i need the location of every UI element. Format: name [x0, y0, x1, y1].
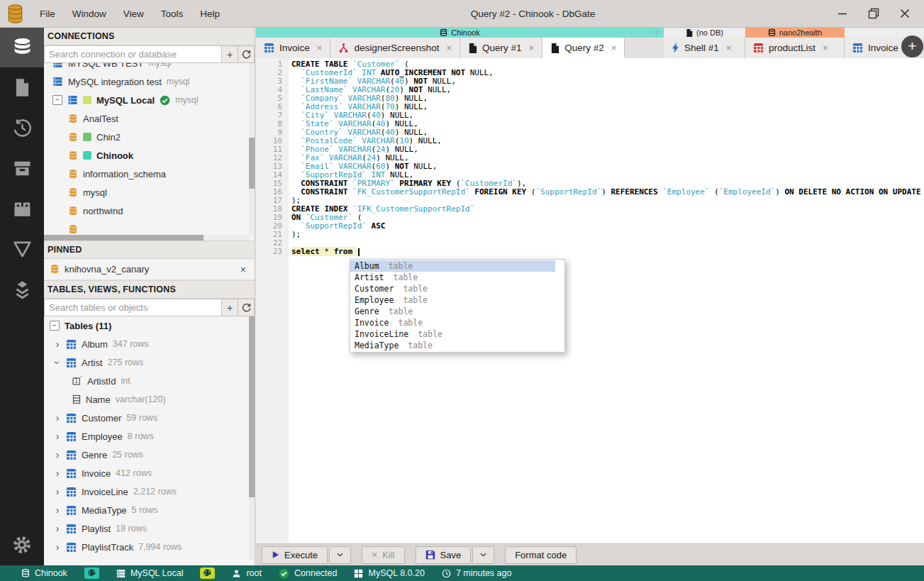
tab-invoice[interactable]: Invoice× — [256, 38, 330, 58]
execute-dropdown-button[interactable] — [329, 546, 351, 564]
chevron-icon[interactable]: › — [54, 450, 61, 460]
tree-item[interactable]: ›Employee8 rows — [44, 427, 255, 446]
tab-invoice[interactable]: Invoice — [845, 38, 907, 58]
scrollbar-track[interactable] — [249, 63, 255, 235]
new-tab-button[interactable]: + — [901, 35, 923, 57]
connection-item[interactable]: MySQL integration testmysql — [44, 72, 255, 91]
tab-group-Chinook[interactable]: Chinook× — [256, 27, 664, 38]
tab-query-#2[interactable]: Query #2× — [542, 38, 625, 58]
connection-item[interactable]: mysql — [44, 183, 255, 201]
add-connection-button[interactable]: + — [222, 45, 238, 63]
rail-item-book-icon[interactable] — [0, 189, 44, 229]
minimize-icon[interactable] — [836, 7, 849, 20]
tree-item[interactable]: ›MediaType5 rows — [44, 501, 255, 519]
rail-item-funnel-icon[interactable] — [0, 229, 44, 270]
autocomplete-item[interactable]: Artisttable — [350, 272, 555, 283]
tab-query-#1[interactable]: Query #1× — [460, 38, 542, 58]
autocomplete-item[interactable]: MediaTypetable — [350, 340, 555, 351]
chevron-icon[interactable]: › — [54, 524, 61, 533]
tree-folder[interactable]: −Tables (11) — [44, 316, 255, 335]
save-dropdown-button[interactable] — [472, 546, 494, 564]
autocomplete-item[interactable]: Employeetable — [350, 294, 555, 306]
autocomplete-item[interactable]: InvoiceLinetable — [350, 328, 555, 340]
status-palette-teal[interactable] — [84, 568, 99, 579]
scrollbar-thumb[interactable] — [249, 138, 255, 189]
tab-close-icon[interactable]: × — [611, 43, 617, 53]
scrollbar-track-horizontal[interactable] — [44, 235, 249, 240]
tree-item[interactable]: ›PlaylistTrack7,994 rows — [44, 538, 255, 556]
chevron-icon[interactable]: › — [52, 359, 62, 366]
refresh-connections-button[interactable] — [238, 45, 255, 63]
tree-item[interactable]: 1ArtistIdint — [44, 372, 255, 390]
connections-search-input[interactable] — [44, 45, 222, 63]
rail-item-archive-icon[interactable] — [0, 148, 44, 189]
rail-item-gear-icon[interactable] — [0, 524, 44, 565]
expander-icon[interactable]: − — [52, 95, 62, 105]
scrollbar-track[interactable] — [249, 316, 255, 560]
autocomplete-item[interactable]: Customertable — [350, 283, 555, 294]
tree-item[interactable]: ›InvoiceLine2,212 rows — [44, 482, 255, 501]
chevron-icon[interactable]: › — [54, 505, 61, 515]
connection-item[interactable]: Chin2 — [44, 128, 255, 146]
restore-icon[interactable] — [867, 7, 880, 20]
scrollbar-thumb[interactable] — [249, 316, 255, 497]
chevron-icon[interactable]: › — [54, 542, 61, 552]
chevron-icon[interactable]: › — [54, 468, 61, 478]
status-server[interactable]: MySQL Local — [116, 568, 184, 578]
status-palette-yellow[interactable] — [200, 568, 215, 579]
tables-search-input[interactable] — [44, 299, 222, 316]
rail-item-database-icon[interactable] — [0, 27, 44, 67]
autocomplete-item[interactable]: Genretable — [350, 306, 555, 317]
connection-item[interactable]: −MySQL Localmysql — [44, 91, 255, 109]
tree-item[interactable]: ›Album347 rows — [44, 335, 255, 353]
connection-item[interactable]: AnalTest — [44, 109, 255, 128]
tab-group-(no DB)[interactable]: (no DB) — [664, 27, 745, 38]
tab-close-icon[interactable]: × — [446, 43, 452, 53]
menu-file[interactable]: File — [32, 6, 63, 22]
connection-item[interactable]: northwind — [44, 201, 255, 220]
chevron-icon[interactable]: › — [54, 413, 61, 423]
tab-designerscreenshot[interactable]: designerScreenshot× — [330, 38, 460, 58]
menu-view[interactable]: View — [116, 6, 152, 22]
connection-item[interactable]: Chinook — [44, 146, 255, 165]
add-table-button[interactable]: + — [222, 299, 238, 316]
tree-item[interactable]: ›Customer59 rows — [44, 409, 255, 427]
tree-item[interactable]: ›Playlist18 rows — [44, 519, 255, 538]
status-clock[interactable]: 7 minutes ago — [442, 568, 512, 578]
connection-item[interactable]: information_schema — [44, 165, 255, 183]
status-database[interactable]: Chinook — [21, 568, 67, 578]
scrollbar-thumb[interactable] — [44, 235, 204, 240]
close-icon[interactable] — [898, 7, 911, 20]
rail-item-layers-icon[interactable] — [0, 270, 44, 310]
tree-item[interactable]: ›Artist275 rows — [44, 353, 255, 372]
rail-item-file-icon[interactable] — [0, 67, 44, 108]
tab-group-nano2health[interactable]: nano2health — [745, 27, 845, 38]
tab-close-icon[interactable]: × — [823, 43, 828, 53]
close-icon[interactable]: × — [240, 264, 246, 275]
tree-item[interactable]: ›Genre25 rows — [44, 446, 255, 464]
format-code-button[interactable]: Format code — [505, 546, 577, 564]
expander-icon[interactable]: − — [50, 321, 60, 331]
chevron-icon[interactable]: › — [54, 339, 61, 349]
save-button[interactable]: Save — [416, 546, 472, 564]
tab-close-icon[interactable]: × — [529, 43, 535, 53]
connection-item[interactable]: MYSQL WB TESTmysql — [44, 63, 255, 72]
autocomplete-item[interactable]: Albumtable — [350, 260, 555, 272]
autocomplete-item[interactable]: Invoicetable — [350, 317, 555, 328]
pinned-item[interactable]: knihovna_v2_canary× — [44, 259, 255, 280]
close-icon[interactable]: × — [655, 28, 659, 36]
tree-item[interactable]: ›Invoice412 rows — [44, 464, 255, 482]
status-user[interactable]: root — [232, 568, 262, 578]
status-version-grid[interactable]: MySQL 8.0.20 — [354, 568, 424, 578]
tab-shell-#1[interactable]: Shell #1× — [664, 38, 745, 58]
execute-button[interactable]: Execute — [262, 546, 328, 564]
status-check-circle[interactable]: Connected — [279, 568, 337, 579]
tab-close-icon[interactable]: × — [317, 43, 323, 53]
rail-item-history-icon[interactable] — [0, 108, 44, 148]
menu-window[interactable]: Window — [65, 6, 114, 22]
refresh-tables-button[interactable] — [238, 299, 255, 316]
menu-help[interactable]: Help — [192, 6, 228, 22]
chevron-icon[interactable]: › — [54, 487, 61, 497]
menu-tools[interactable]: Tools — [153, 6, 191, 22]
tab-productlist[interactable]: productList× — [745, 38, 845, 58]
